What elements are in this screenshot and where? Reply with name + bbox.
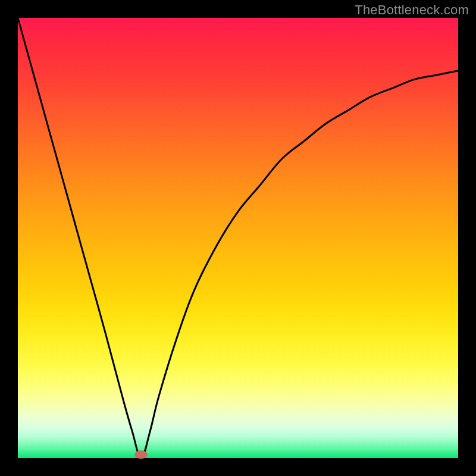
watermark-text: TheBottleneck.com — [355, 2, 469, 18]
curve-path — [18, 18, 458, 458]
bottleneck-curve — [18, 18, 458, 458]
optimum-marker — [134, 450, 148, 459]
chart-frame: TheBottleneck.com — [0, 0, 476, 476]
plot-area — [18, 18, 458, 458]
